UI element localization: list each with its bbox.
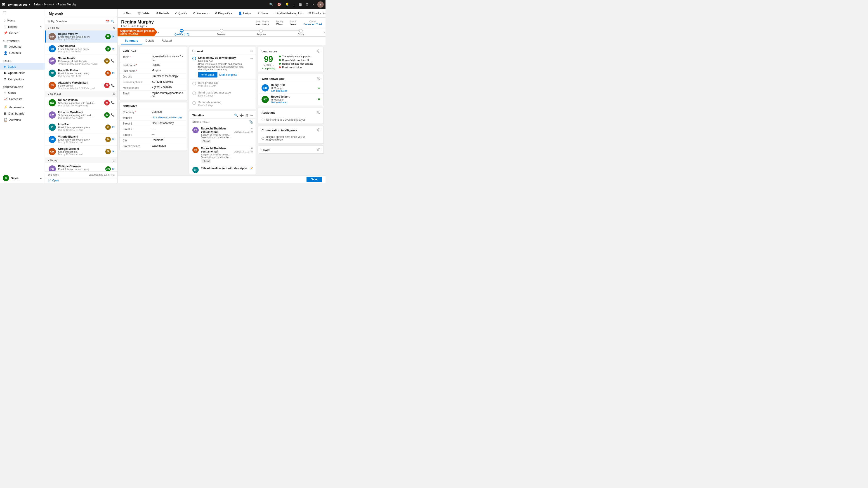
sidebar-item-dashboards[interactable]: ▦ Dashboards	[0, 110, 45, 117]
sidebar-item-pinned[interactable]: 📌 Pinned	[0, 30, 45, 36]
help-icon[interactable]: 🎯	[277, 2, 281, 6]
up-next-circle-2[interactable]	[192, 92, 196, 95]
delete-button[interactable]: 🗑 Delete	[135, 10, 152, 16]
sidebar-item-activities[interactable]: 📋 Activities	[0, 117, 45, 123]
list-item-action-icon-5[interactable]: 📞	[111, 101, 115, 104]
lead-score-info-icon[interactable]: ⓘ	[317, 49, 320, 53]
process-stage-close[interactable]: Close	[281, 29, 320, 36]
assistant-info-icon[interactable]: ⓘ	[317, 110, 320, 115]
sidebar-item-forecasts[interactable]: 📈 Forecasts	[0, 96, 45, 102]
process-button[interactable]: ⟳ Process ▾	[191, 10, 211, 16]
firstname-value[interactable]: Regina	[152, 63, 184, 66]
list-item-action-icon-6[interactable]: 📞	[111, 113, 115, 117]
street2-value[interactable]: ---	[152, 127, 184, 130]
process-bar-next[interactable]: ›	[322, 28, 326, 36]
process-stage-propose[interactable]: Propose	[241, 29, 281, 36]
tab-summary[interactable]: Summary	[121, 37, 142, 45]
record-subtitle[interactable]: Lead • Sales Insight ▾	[121, 25, 154, 28]
sidebar-collapse-btn[interactable]: ☰	[0, 9, 45, 17]
sidebar-item-recent[interactable]: ◷ Recent ▾	[0, 24, 45, 30]
sidebar-item-accounts[interactable]: 🏢 Accounts	[0, 43, 45, 50]
sidebar-item-home[interactable]: ⌂ Home	[0, 17, 45, 24]
sidebar-item-accelerator[interactable]: ⚡ Accelerator	[0, 104, 45, 110]
list-item-action-icon-10[interactable]: ✉	[112, 167, 115, 170]
sidebar-sales-footer[interactable]: S Sales ▲	[0, 173, 45, 183]
who-knows-info-icon[interactable]: ⓘ	[317, 76, 320, 80]
conv-intel-info-icon[interactable]: ⓘ	[317, 128, 320, 132]
up-next-circle-3[interactable]	[192, 101, 196, 105]
tab-details[interactable]: Details	[142, 37, 158, 45]
list-item-action-icon-9[interactable]: ✉	[112, 150, 115, 153]
list-item-2[interactable]: SM Shoue Morita Follow-up call with his …	[45, 55, 117, 67]
timeline-filter-icon[interactable]: ▦	[246, 113, 248, 117]
website-value[interactable]: https://www.contoso.com	[152, 116, 184, 119]
list-item-action-icon-8[interactable]: ✉	[112, 138, 115, 141]
timeline-note-input[interactable]	[192, 120, 249, 123]
share-button[interactable]: ↗ Share	[255, 10, 270, 16]
list-item-5[interactable]: NW Nathan Willson Schedule a meeting wit…	[45, 97, 117, 109]
topic-value[interactable]: Interested in insurance for h...	[152, 55, 184, 61]
process-bar-prev[interactable]: ‹	[157, 28, 160, 36]
calendar-icon[interactable]: 📅	[105, 20, 110, 23]
list-item-action-icon-1[interactable]: ✉	[112, 47, 115, 51]
list-item-4[interactable]: AV Alexandra Vareshnikoff Follow up call…	[45, 79, 117, 92]
breadcrumb-mywork[interactable]: My work	[44, 3, 54, 6]
jobtitle-value[interactable]: Director of technology	[152, 74, 184, 78]
owner-value[interactable]: Berenden Thiel	[304, 23, 322, 26]
timeline-search-icon[interactable]: 🔍	[234, 113, 238, 117]
save-button[interactable]: Save	[307, 177, 322, 182]
list-item-9[interactable]: GM Girogio Marconi Send product info Due…	[45, 145, 117, 158]
email-action-button[interactable]: ✉ ✉ Email	[198, 72, 217, 77]
brand-chevron[interactable]: ▾	[29, 3, 30, 6]
street3-value[interactable]: ---	[152, 133, 184, 136]
grid-icon[interactable]: ▦	[299, 2, 302, 6]
insights-icon[interactable]: 💡	[285, 2, 289, 6]
mark-complete-button[interactable]: Mark complete	[219, 73, 237, 76]
sidebar-item-competitors[interactable]: ⊕ Competitors	[0, 76, 45, 82]
state-value[interactable]: Washington	[152, 144, 184, 147]
list-item-3[interactable]: PF Prescilla Fisher Email followup to we…	[45, 67, 117, 79]
qualify-button[interactable]: ✓ Qualify	[173, 10, 189, 16]
list-item-1[interactable]: JH Jane Howard Email followup to web que…	[45, 43, 117, 55]
who-link-1[interactable]: Get introduced	[271, 101, 315, 104]
list-item-action-icon-7[interactable]: ✉	[112, 125, 115, 129]
process-stage-qualify[interactable]: Qualify (1 D)	[162, 29, 202, 36]
list-item-7[interactable]: IB Inna Bar Email follow up to web query…	[45, 121, 117, 133]
up-next-refresh-icon[interactable]: ↺	[250, 49, 253, 53]
new-button[interactable]: + New	[121, 10, 134, 16]
list-item-action-icon-3[interactable]: ✉	[112, 71, 115, 75]
sidebar-item-goals[interactable]: ◎ Goals	[0, 90, 45, 96]
tab-related[interactable]: Related	[158, 37, 176, 45]
list-item-action-icon-4[interactable]: 📞	[111, 84, 115, 87]
list-item-action-icon-2[interactable]: 📞	[111, 59, 115, 63]
who-bars-0[interactable]: ≡	[318, 86, 320, 90]
up-next-circle-1[interactable]	[192, 82, 196, 86]
email-link-button[interactable]: ✉ Email a Link	[306, 10, 326, 16]
timeline-more-icon[interactable]: ···	[250, 113, 253, 117]
filter-by-date[interactable]: ⊟ By: Due date	[48, 20, 67, 23]
assign-button[interactable]: 👤 Assign	[236, 10, 253, 16]
mobile-value[interactable]: + (123) 4567890	[152, 86, 184, 89]
list-item-8[interactable]: VB Vittorio Bianchi Email follow up to w…	[45, 133, 117, 145]
sidebar-item-leads[interactable]: ◈ Leads	[0, 63, 45, 70]
avatar[interactable]: S	[317, 1, 324, 8]
question-icon[interactable]: ?	[312, 3, 314, 6]
list-search-icon[interactable]: 🔍	[111, 20, 115, 23]
who-link-0[interactable]: Get introduced	[271, 90, 315, 92]
bizphone-value[interactable]: +1 (425) 5380783	[152, 80, 184, 84]
add-icon[interactable]: +	[293, 3, 295, 6]
open-label[interactable]: Open	[52, 179, 59, 182]
add-to-mktg-button[interactable]: + Add to Marketing List	[272, 10, 305, 16]
who-bars-1[interactable]: ≡	[318, 97, 320, 102]
company-value[interactable]: Contoso	[152, 110, 184, 113]
health-info-icon[interactable]: ⓘ	[317, 148, 320, 152]
email-value[interactable]: regina.murphy@contoso.com	[152, 92, 184, 98]
process-stage-develop[interactable]: Develop	[202, 29, 241, 36]
search-icon[interactable]: 🔍	[269, 2, 274, 6]
apps-icon[interactable]: ⊞	[2, 2, 5, 7]
up-next-more-0[interactable]: ···	[250, 56, 253, 60]
refresh-button[interactable]: ↺ Refresh	[153, 10, 171, 16]
timeline-add-icon[interactable]: ➕	[240, 113, 244, 117]
open-button[interactable]: 📄	[48, 179, 51, 182]
city-value[interactable]: Redmond	[152, 138, 184, 142]
